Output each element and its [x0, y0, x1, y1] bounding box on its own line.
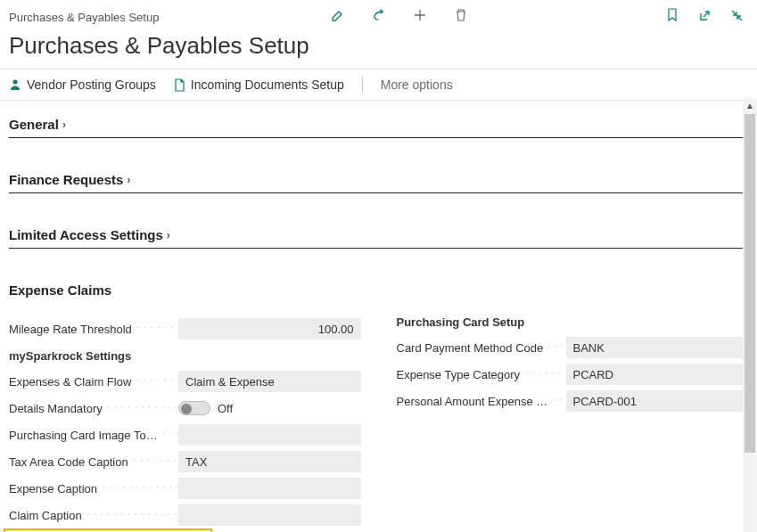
- popout-icon[interactable]: [696, 7, 712, 23]
- person-icon: [9, 78, 21, 91]
- vendor-posting-groups-action[interactable]: Vendor Posting Groups: [9, 78, 156, 92]
- chevron-right-icon: ›: [62, 119, 66, 131]
- toggle-state-label: Off: [218, 402, 233, 415]
- action-bar: Vendor Posting Groups Incoming Documents…: [0, 69, 757, 101]
- scrollbar[interactable]: ▲: [743, 98, 757, 532]
- bookmark-icon[interactable]: [664, 7, 680, 23]
- action-label: Vendor Posting Groups: [27, 78, 156, 92]
- edit-icon[interactable]: [330, 7, 346, 23]
- personal-amount-expense-label: Personal Amount Expense …: [397, 395, 566, 408]
- personal-amount-expense-input[interactable]: PCARD-001: [566, 390, 749, 412]
- expense-type-category-input[interactable]: PCARD: [566, 364, 749, 385]
- tax-area-caption-label: Tax Area Code Caption: [9, 455, 178, 469]
- enable-expense-merge-highlight: Enable Expense Merge On: [4, 528, 212, 532]
- share-icon[interactable]: [371, 7, 387, 23]
- expenses-claim-flow-label: Expenses & Claim Flow: [9, 375, 178, 389]
- incoming-docs-action[interactable]: Incoming Documents Setup: [174, 78, 344, 92]
- breadcrumb: Purchases & Payables Setup: [9, 11, 159, 24]
- section-general[interactable]: General ›: [9, 101, 748, 138]
- claim-caption-input[interactable]: [178, 504, 361, 526]
- section-label: Limited Access Settings: [9, 227, 163, 242]
- more-options[interactable]: More options: [381, 78, 453, 92]
- details-mandatory-toggle[interactable]: [178, 401, 210, 415]
- expense-type-category-label: Expense Type Category: [397, 368, 566, 381]
- section-expense-claims[interactable]: Expense Claims: [9, 266, 748, 307]
- delete-icon[interactable]: [453, 7, 469, 23]
- section-label: General: [9, 117, 59, 132]
- pcard-image-input[interactable]: [178, 424, 361, 446]
- chevron-right-icon: ›: [127, 174, 130, 186]
- expense-caption-input[interactable]: [178, 478, 361, 499]
- svg-point-0: [13, 80, 18, 85]
- pcard-setup-subhead: Purchasing Card Setup: [397, 315, 749, 334]
- expenses-claim-flow-input[interactable]: Claim & Expense: [178, 371, 361, 392]
- claim-caption-label: Claim Caption: [9, 509, 178, 522]
- scroll-thumb[interactable]: [745, 114, 755, 453]
- tax-area-caption-input[interactable]: TAX: [178, 451, 361, 472]
- section-finance-requests[interactable]: Finance Requests ›: [9, 156, 748, 193]
- pcard-image-label: Purchasing Card Image To…: [9, 429, 178, 442]
- content-area: General › Finance Requests › Limited Acc…: [0, 101, 757, 532]
- section-label: Expense Claims: [9, 282, 111, 298]
- mileage-threshold-label: Mileage Rate Threshold: [9, 323, 178, 336]
- expense-caption-label: Expense Caption: [9, 482, 178, 495]
- mileage-threshold-input[interactable]: 100.00: [178, 318, 361, 340]
- page-title: Purchases & Payables Setup: [0, 29, 757, 69]
- mysparkrock-subhead: mySparkrock Settings: [9, 342, 361, 368]
- section-label: Finance Requests: [9, 172, 123, 187]
- collapse-icon[interactable]: [728, 7, 745, 23]
- card-payment-method-label: Card Payment Method Code: [397, 341, 566, 355]
- details-mandatory-label: Details Mandatory: [9, 402, 178, 415]
- section-limited-access[interactable]: Limited Access Settings ›: [9, 211, 748, 249]
- separator: [362, 77, 363, 93]
- document-icon: [174, 78, 185, 92]
- new-icon[interactable]: [412, 7, 428, 23]
- chevron-right-icon: ›: [167, 229, 170, 241]
- card-payment-method-input[interactable]: BANK: [566, 337, 749, 358]
- action-label: Incoming Documents Setup: [191, 78, 344, 92]
- scroll-up-icon[interactable]: ▲: [743, 98, 757, 112]
